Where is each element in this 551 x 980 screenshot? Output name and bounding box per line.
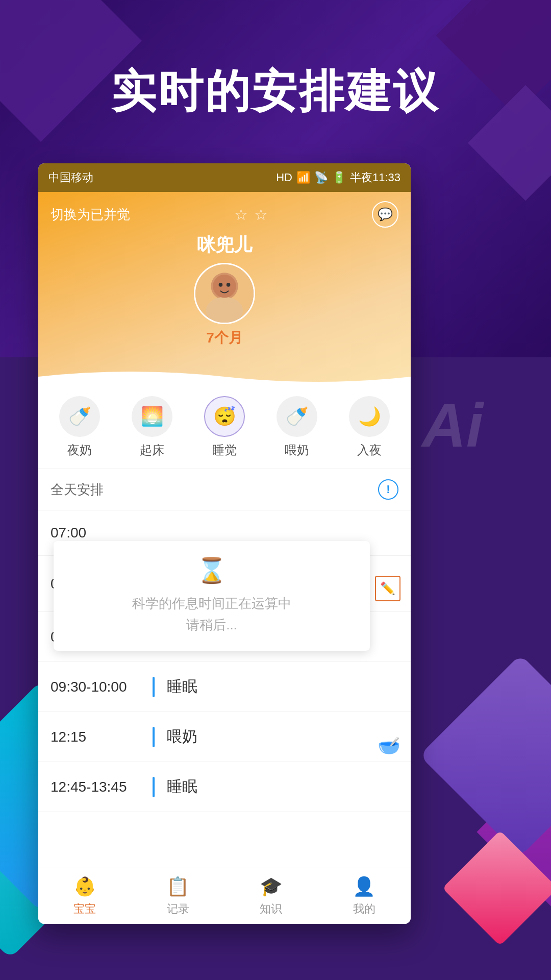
sleep-icon: 😴 [213, 406, 236, 427]
app-header: 切换为已并觉 ☆ ☆ 💬 咪兜儿 [38, 192, 411, 386]
edit-button[interactable]: ✏️ [375, 576, 400, 601]
time-5: 12:15 [51, 729, 153, 745]
divider-5 [153, 727, 155, 747]
knowledge-nav-label: 知识 [260, 901, 282, 917]
nav-baby[interactable]: 👶 宝宝 [73, 876, 96, 917]
phone-frame: 中国移动 HD 📶 📡 🔋 半夜11:33 切换为已并觉 ☆ ☆ 💬 咪兜儿 [38, 163, 411, 924]
schedule-section: 全天安排 ! 07:00 ⌛ 科学的作息时间正在运算中请稍后... 07:12 … [38, 469, 411, 812]
star-1[interactable]: ☆ [234, 206, 248, 224]
star-2[interactable]: ☆ [254, 206, 268, 224]
chat-button[interactable]: 💬 [372, 201, 398, 228]
divider-4 [153, 677, 155, 697]
carrier: 中国移动 [48, 170, 93, 185]
activity-night[interactable]: 🌙 入夜 [349, 396, 390, 458]
wakeup-icon-circle: 🌅 [132, 396, 172, 437]
chat-icon-glyph: 💬 [378, 207, 393, 222]
header-top: 切换为已并觉 ☆ ☆ 💬 [38, 192, 411, 228]
nav-knowledge[interactable]: 🎓 知识 [260, 876, 283, 917]
edit-container: ✏️ [375, 576, 400, 601]
record-nav-icon: 📋 [166, 876, 189, 897]
time-6: 12:45-13:45 [51, 779, 153, 795]
time-1: 07:00 [51, 525, 153, 541]
computing-popup: ⌛ 科学的作息时间正在运算中请稍后... [54, 541, 370, 651]
svg-point-5 [227, 283, 231, 287]
wakeup-label: 起床 [140, 442, 164, 458]
schedule-row-6[interactable]: 12:45-13:45 睡眠 [38, 762, 411, 812]
record-nav-label: 记录 [167, 901, 189, 917]
schedule-title: 全天安排 [51, 481, 104, 499]
schedule-header: 全天安排 ! [38, 469, 411, 510]
ai-watermark: Ai [422, 390, 483, 460]
hourglass-icon: ⌛ [196, 556, 227, 585]
avatar-container [38, 263, 411, 324]
hd-badge: HD [276, 171, 292, 184]
schedule-row-1-container: 07:00 ⌛ 科学的作息时间正在运算中请稍后... [38, 510, 411, 556]
schedule-row-5[interactable]: 12:15 喂奶 🥣 [38, 712, 411, 762]
info-button[interactable]: ! [378, 479, 398, 500]
header-wave [38, 366, 411, 387]
signal-icon: 📡 [314, 171, 328, 184]
night-label: 入夜 [357, 442, 382, 458]
night-icon: 🌙 [358, 406, 381, 427]
feed-label: 喂奶 [285, 442, 309, 458]
activity-feed[interactable]: 🍼 喂奶 [277, 396, 317, 458]
knowledge-nav-icon: 🎓 [260, 876, 283, 897]
divider-6 [153, 777, 155, 797]
night-milk-label: 夜奶 [67, 442, 92, 458]
activity-night-milk[interactable]: 🍼 夜奶 [59, 396, 100, 458]
status-icons: HD 📶 📡 🔋 半夜11:33 [276, 170, 400, 185]
sleep-label: 睡觉 [212, 442, 237, 458]
time-4: 09:30-10:00 [51, 679, 153, 695]
activity-sleep[interactable]: 😴 睡觉 [204, 396, 245, 458]
activity-4: 睡眠 [167, 676, 197, 697]
baby-age: 7个月 [38, 328, 411, 348]
wakeup-icon: 🌅 [141, 406, 164, 427]
nav-record[interactable]: 📋 记录 [166, 876, 189, 917]
svg-point-4 [219, 283, 223, 287]
night-milk-icon-circle: 🍼 [59, 396, 100, 437]
soup-icon: 🥣 [378, 735, 400, 756]
status-bar: 中国移动 HD 📶 📡 🔋 半夜11:33 [38, 163, 411, 192]
page-title: 实时的安排建议 [0, 61, 551, 122]
mine-nav-icon: 👤 [353, 876, 375, 897]
svg-point-3 [213, 275, 236, 298]
feed-icon: 🍼 [286, 406, 309, 427]
activity-5: 喂奶 [167, 726, 197, 747]
bottom-nav: 👶 宝宝 📋 记录 🎓 知识 👤 我的 [38, 868, 411, 924]
mine-nav-label: 我的 [353, 901, 375, 917]
baby-nav-label: 宝宝 [73, 901, 96, 917]
night-milk-icon: 🍼 [68, 406, 91, 427]
feed-icon-circle: 🍼 [277, 396, 317, 437]
svg-point-2 [206, 297, 243, 324]
nav-mine[interactable]: 👤 我的 [353, 876, 375, 917]
time-display: 半夜11:33 [350, 170, 400, 185]
night-icon-circle: 🌙 [349, 396, 390, 437]
switch-label[interactable]: 切换为已并觉 [51, 206, 130, 224]
wifi-icon: 📶 [296, 171, 310, 184]
sleep-icon-circle: 😴 [204, 396, 245, 437]
baby-nav-icon: 👶 [73, 876, 96, 897]
baby-avatar[interactable] [194, 263, 255, 324]
computing-text: 科学的作息时间正在运算中请稍后... [132, 593, 291, 635]
activity-row: 🍼 夜奶 🌅 起床 😴 睡觉 🍼 喂奶 🌙 入夜 [38, 386, 411, 469]
stars-container: ☆ ☆ [234, 206, 268, 224]
battery-icon: 🔋 [332, 171, 346, 184]
activity-6: 睡眠 [167, 776, 197, 797]
schedule-row-4[interactable]: 09:30-10:00 睡眠 [38, 662, 411, 712]
activity-wakeup[interactable]: 🌅 起床 [132, 396, 172, 458]
baby-name: 咪兜儿 [38, 233, 411, 258]
